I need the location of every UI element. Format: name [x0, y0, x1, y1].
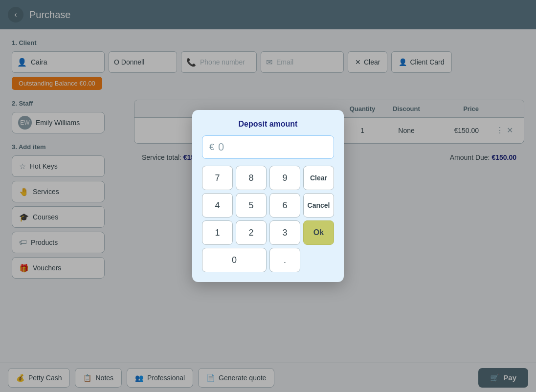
num-6-button[interactable]: 6	[269, 193, 300, 218]
amount-display: € 0	[202, 135, 334, 159]
num-3-button[interactable]: 3	[269, 220, 300, 245]
num-9-button[interactable]: 9	[269, 166, 300, 190]
num-8-button[interactable]: 8	[236, 166, 267, 190]
num-4-button[interactable]: 4	[202, 193, 233, 218]
numpad: 7 8 9 Clear 4 5 6 Cancel 1 2 3 Ok 0 .	[202, 166, 334, 272]
amount-value: 0	[218, 141, 327, 153]
num-7-button[interactable]: 7	[202, 166, 233, 190]
num-1-button[interactable]: 1	[202, 220, 233, 245]
num-5-button[interactable]: 5	[236, 193, 267, 218]
num-dot-button[interactable]: .	[269, 248, 300, 272]
numpad-cancel-button[interactable]: Cancel	[303, 193, 334, 218]
numpad-clear-button[interactable]: Clear	[303, 166, 334, 190]
numpad-ok-button[interactable]: Ok	[303, 220, 334, 245]
currency-symbol: €	[209, 142, 214, 152]
num-2-button[interactable]: 2	[236, 220, 267, 245]
modal-title: Deposit amount	[202, 120, 334, 129]
modal-overlay: Deposit amount € 0 7 8 9 Clear 4 5 6 Can…	[0, 0, 536, 392]
num-0-button[interactable]: 0	[202, 248, 267, 272]
deposit-modal: Deposit amount € 0 7 8 9 Clear 4 5 6 Can…	[192, 110, 344, 282]
